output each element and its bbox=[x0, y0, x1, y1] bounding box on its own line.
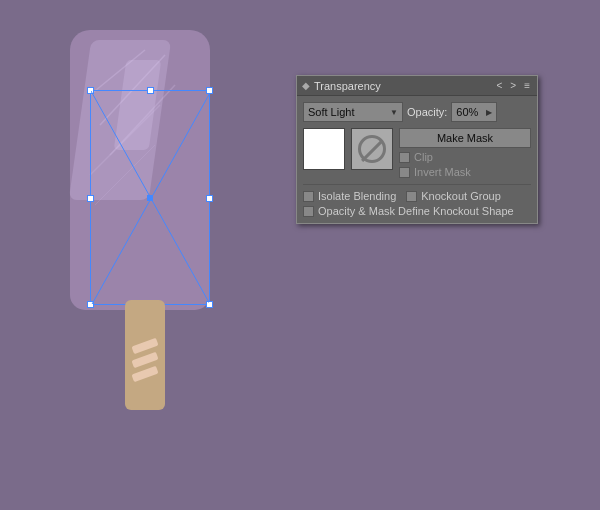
invert-mask-label: Invert Mask bbox=[414, 166, 471, 178]
svg-line-6 bbox=[91, 91, 209, 304]
canvas-area: ◆ Transparency < > ≡ Soft Light ▼ Opacit… bbox=[0, 0, 600, 510]
panel-title-area: ◆ Transparency bbox=[302, 80, 381, 92]
transparency-panel: ◆ Transparency < > ≡ Soft Light ▼ Opacit… bbox=[296, 75, 538, 224]
blend-opacity-row: Soft Light ▼ Opacity: 60% ▶ bbox=[303, 102, 531, 122]
invert-mask-option: Invert Mask bbox=[399, 166, 531, 178]
knockout-group-checkbox[interactable] bbox=[406, 191, 417, 202]
panel-arrow-right[interactable]: > bbox=[508, 80, 518, 91]
selection-diagonals bbox=[91, 91, 209, 304]
blend-mode-value: Soft Light bbox=[308, 106, 354, 118]
panel-title: Transparency bbox=[314, 80, 381, 92]
mask-row: Make Mask Clip Invert Mask bbox=[303, 128, 531, 178]
selection-box bbox=[90, 90, 210, 305]
knockout-group-label: Knockout Group bbox=[421, 190, 501, 202]
popsicle-illustration bbox=[60, 30, 200, 310]
opacity-label: Opacity: bbox=[407, 106, 447, 118]
make-mask-button[interactable]: Make Mask bbox=[399, 128, 531, 148]
clip-option: Clip bbox=[399, 151, 531, 163]
opacity-mask-checkbox[interactable] bbox=[303, 206, 314, 217]
isolate-blending-checkbox[interactable] bbox=[303, 191, 314, 202]
invert-mask-checkbox[interactable] bbox=[399, 167, 410, 178]
mask-thumbnail-none[interactable] bbox=[351, 128, 393, 170]
opacity-stepper[interactable]: ▶ bbox=[486, 108, 492, 117]
mask-options: Make Mask Clip Invert Mask bbox=[399, 128, 531, 178]
opacity-mask-label: Opacity & Mask Define Knockout Shape bbox=[318, 205, 514, 217]
panel-icon: ◆ bbox=[302, 80, 310, 91]
svg-line-0 bbox=[90, 50, 145, 95]
clip-checkbox[interactable] bbox=[399, 152, 410, 163]
isolate-blending-row: Isolate Blending Knockout Group bbox=[303, 190, 531, 202]
blend-mode-select[interactable]: Soft Light ▼ bbox=[303, 102, 403, 122]
stick-stripe-3 bbox=[131, 366, 158, 382]
opacity-mask-row: Opacity & Mask Define Knockout Shape bbox=[303, 205, 531, 217]
panel-body: Soft Light ▼ Opacity: 60% ▶ Make Mask bbox=[297, 96, 537, 223]
opacity-value: 60% bbox=[456, 106, 484, 118]
blend-mode-arrow: ▼ bbox=[390, 108, 398, 117]
isolate-blending-label: Isolate Blending bbox=[318, 190, 396, 202]
popsicle-stick bbox=[125, 300, 165, 410]
bottom-options: Isolate Blending Knockout Group Opacity … bbox=[303, 184, 531, 217]
mask-thumbnail-white[interactable] bbox=[303, 128, 345, 170]
panel-arrow-left[interactable]: < bbox=[494, 80, 504, 91]
popsicle-body bbox=[70, 30, 210, 310]
clip-label: Clip bbox=[414, 151, 433, 163]
panel-menu-btn[interactable]: ≡ bbox=[522, 80, 532, 91]
opacity-input[interactable]: 60% ▶ bbox=[451, 102, 497, 122]
panel-titlebar: ◆ Transparency < > ≡ bbox=[297, 76, 537, 96]
no-mask-icon bbox=[358, 135, 386, 163]
panel-controls: < > ≡ bbox=[494, 80, 532, 91]
